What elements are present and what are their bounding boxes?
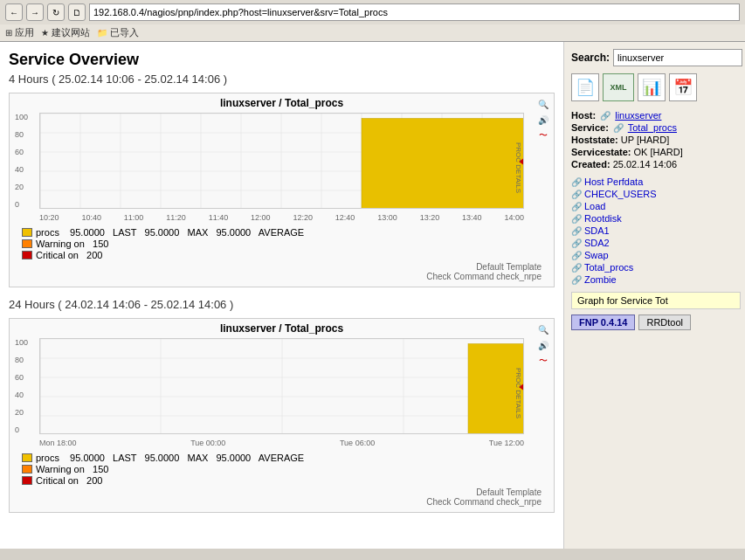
created-row: Created: 25.02.14 14:06 bbox=[571, 159, 741, 169]
pdf-icon[interactable]: 📄 bbox=[571, 73, 599, 101]
search-input[interactable] bbox=[613, 49, 742, 66]
hoststate-value: UP [HARD] bbox=[621, 135, 669, 145]
service-label: Service: bbox=[571, 122, 609, 133]
y-label-40-24h: 40 bbox=[15, 391, 28, 399]
bookmark-imported[interactable]: 📁 已导入 bbox=[97, 26, 139, 39]
legend-procs-text-24h: procs 95.0000 LAST 95.0000 MAX 95.0000 A… bbox=[36, 453, 304, 463]
y-label-100-4h: 100 bbox=[15, 113, 28, 121]
y-label-20-24h: 20 bbox=[15, 408, 28, 417]
legend-procs-24h: procs 95.0000 LAST 95.0000 MAX 95.0000 A… bbox=[22, 453, 542, 463]
servicestate-value: OK [HARD] bbox=[634, 147, 683, 157]
x-label-1300: 13:00 bbox=[377, 213, 397, 222]
nav-swap[interactable]: 🔗 Swap bbox=[571, 250, 741, 260]
zoom-icon-4h[interactable]: 🔍 bbox=[536, 97, 550, 111]
back-button[interactable]: ← bbox=[5, 3, 23, 21]
x-axis-4h: 10:20 10:40 11:00 11:20 11:40 12:00 12:2… bbox=[39, 213, 524, 222]
x-label-1320: 13:20 bbox=[420, 213, 440, 222]
apps-icon: ⊞ bbox=[5, 28, 12, 38]
servicestate-row: Servicestate: OK [HARD] bbox=[571, 147, 741, 157]
nav-sda1[interactable]: 🔗 SDA1 bbox=[571, 225, 741, 236]
chart-title-4h: linuxserver / Total_procs bbox=[13, 97, 550, 109]
link-icon-totalprocs: 🔗 bbox=[571, 263, 582, 273]
legend-orange-24h bbox=[22, 465, 32, 474]
chart-svg-4h bbox=[39, 113, 524, 209]
host-row: Host: 🔗 linuxserver bbox=[571, 110, 741, 121]
legend-procs-text-4h: procs 95.0000 LAST 95.0000 MAX 95.0000 A… bbox=[36, 227, 304, 238]
calendar-icon[interactable]: 📅 bbox=[669, 73, 697, 101]
footer2-24h: Check Command check_nrpe bbox=[426, 497, 542, 507]
link-icon-load: 🔗 bbox=[571, 202, 582, 211]
chart-section-4h: 🔍 🔊 〜 linuxserver / Total_procs 100 80 6… bbox=[9, 93, 555, 287]
chart-icon[interactable]: 📊 bbox=[638, 73, 666, 101]
link-icon-users: 🔗 bbox=[571, 190, 582, 199]
servicestate-label: Servicestate: bbox=[571, 147, 631, 157]
x-label-1220: 12:20 bbox=[293, 213, 313, 222]
nav-link-label-swap: Swap bbox=[584, 250, 609, 260]
nav-host-perfdata[interactable]: 🔗 Host Perfdata bbox=[571, 176, 741, 187]
service-link[interactable]: Total_procs bbox=[628, 122, 677, 133]
x-label-tue00: Tue 00:00 bbox=[190, 439, 225, 447]
nav-link-label-users: CHECK_USERS bbox=[584, 189, 657, 199]
legend-critical-24h: Critical on 200 bbox=[22, 475, 542, 486]
host-link-icon: 🔗 bbox=[600, 111, 610, 121]
legend-orange-4h bbox=[22, 239, 32, 248]
footer1-4h: Default Template bbox=[476, 262, 542, 272]
nav-rootdisk[interactable]: 🔗 Rootdisk bbox=[571, 213, 741, 224]
x-label-1100: 11:00 bbox=[124, 213, 144, 222]
x-label-1020: 10:20 bbox=[39, 213, 59, 222]
x-label-tue12: Tue 12:00 bbox=[489, 439, 524, 447]
search-row: Search: bbox=[571, 49, 741, 66]
chart-wrapper-4h: 100 80 60 40 20 0 bbox=[39, 113, 524, 222]
fnp-button[interactable]: FNP 0.4.14 bbox=[571, 315, 635, 330]
info-section: Host: 🔗 linuxserver Service: 🔗 Total_pro… bbox=[571, 110, 741, 169]
time-range-24h: 24 Hours ( 24.02.14 14:06 - 25.02.14 14:… bbox=[9, 298, 555, 311]
browser-nav: ← → ↻ 🗋 bbox=[0, 0, 745, 24]
bookmark-apps-label: 应用 bbox=[15, 26, 34, 39]
rotated-label-24h: PROC DETAILS bbox=[514, 367, 521, 418]
bookmark-imported-label: 已导入 bbox=[110, 26, 139, 39]
nav-link-label-rootdisk: Rootdisk bbox=[584, 213, 622, 224]
nav-zombie[interactable]: 🔗 Zombie bbox=[571, 274, 741, 285]
svg-rect-19 bbox=[362, 119, 524, 210]
host-link[interactable]: linuxserver bbox=[615, 110, 661, 121]
xml-icon[interactable]: XML bbox=[603, 73, 634, 101]
page-icon: 🗋 bbox=[68, 3, 86, 21]
nav-load[interactable]: 🔗 Load bbox=[571, 201, 741, 211]
bookmark-suggest[interactable]: ★ 建议网站 bbox=[41, 26, 90, 39]
link-icon-sda2: 🔗 bbox=[571, 239, 582, 248]
legend-warning-text-4h: Warning on 150 bbox=[36, 239, 108, 249]
link-icon-sda1: 🔗 bbox=[571, 226, 582, 236]
nav-total-procs[interactable]: 🔗 Total_procs bbox=[571, 262, 741, 273]
right-panel: Search: 📄 XML 📊 📅 Host: 🔗 linuxserver Se… bbox=[564, 42, 745, 549]
x-axis-24h: Mon 18:00 Tue 00:00 Tue 06:00 Tue 12:00 bbox=[39, 439, 524, 447]
x-label-1240: 12:40 bbox=[335, 213, 355, 222]
service-link-icon: 🔗 bbox=[613, 123, 624, 133]
link-icon-rootdisk: 🔗 bbox=[571, 214, 582, 224]
x-label-1400: 14:00 bbox=[504, 213, 524, 222]
nav-link-label-zombie: Zombie bbox=[584, 274, 617, 285]
nav-sda2[interactable]: 🔗 SDA2 bbox=[571, 238, 741, 248]
host-label: Host: bbox=[571, 110, 596, 121]
chart-wrapper-24h: 100 80 60 40 20 0 bbox=[39, 338, 524, 447]
y-label-100-24h: 100 bbox=[15, 338, 28, 347]
time-range-4h: 4 Hours ( 25.02.14 10:06 - 25.02.14 14:0… bbox=[9, 73, 555, 86]
zoom-icon-24h[interactable]: 🔍 bbox=[536, 322, 550, 336]
address-bar[interactable] bbox=[89, 3, 740, 21]
bookmarks-bar: ⊞ 应用 ★ 建议网站 📁 已导入 bbox=[0, 24, 745, 41]
legend-yellow-4h bbox=[22, 228, 32, 237]
bookmark-apps[interactable]: ⊞ 应用 bbox=[5, 26, 34, 39]
forward-button[interactable]: → bbox=[26, 3, 44, 21]
rrd-button[interactable]: RRDtool bbox=[638, 315, 691, 330]
x-label-1200: 12:00 bbox=[251, 213, 271, 222]
y-label-60-4h: 60 bbox=[15, 148, 28, 156]
chart-svg-24h bbox=[39, 338, 524, 434]
bookmark-suggest-label: 建议网站 bbox=[52, 26, 90, 39]
legend-procs-4h: procs 95.0000 LAST 95.0000 MAX 95.0000 A… bbox=[22, 227, 542, 238]
legend-red-24h bbox=[22, 476, 32, 485]
chart-title-24h: linuxserver / Total_procs bbox=[13, 322, 550, 335]
page-title: Service Overview bbox=[9, 51, 555, 69]
y-label-20-4h: 20 bbox=[15, 183, 28, 191]
reload-button[interactable]: ↻ bbox=[47, 3, 65, 21]
nav-check-users[interactable]: 🔗 CHECK_USERS bbox=[571, 189, 741, 199]
footer1-24h: Default Template bbox=[476, 487, 542, 497]
